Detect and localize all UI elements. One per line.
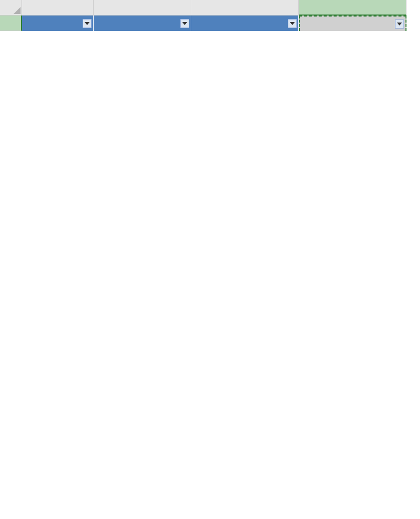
svg-marker-2 xyxy=(182,22,187,25)
filter-button-gross-profit[interactable] xyxy=(288,19,297,28)
table-header-sales[interactable] xyxy=(94,16,191,31)
row-header[interactable] xyxy=(0,16,22,31)
chevron-down-icon xyxy=(85,22,90,25)
svg-marker-0 xyxy=(14,7,21,14)
svg-marker-1 xyxy=(85,22,90,25)
table-header-gross-profit-pct[interactable] xyxy=(299,16,406,31)
select-all-corner[interactable] xyxy=(0,0,22,16)
chevron-down-icon xyxy=(397,23,402,26)
chevron-down-icon xyxy=(182,22,187,25)
table-header-gross-profit[interactable] xyxy=(191,16,299,31)
filter-button-gross-profit-pct[interactable] xyxy=(395,20,404,29)
col-header-b[interactable] xyxy=(94,0,191,16)
table-header-month[interactable] xyxy=(22,16,94,31)
filter-button-sales[interactable] xyxy=(180,19,189,28)
col-header-c[interactable] xyxy=(191,0,299,16)
chevron-down-icon xyxy=(290,22,295,25)
svg-marker-3 xyxy=(290,22,295,25)
filter-button-month[interactable] xyxy=(83,19,92,28)
svg-marker-4 xyxy=(397,23,402,26)
col-header-d[interactable] xyxy=(299,0,406,16)
col-header-a[interactable] xyxy=(22,0,94,16)
